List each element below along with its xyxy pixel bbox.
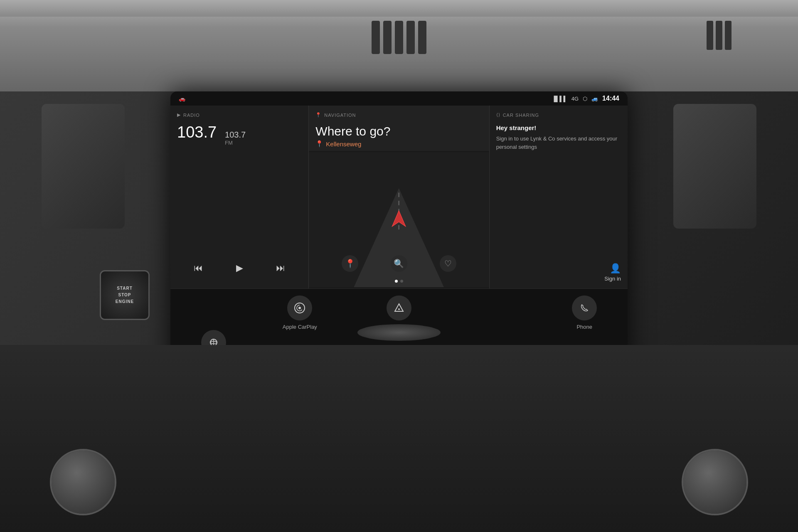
nav-where-heading: Where to go?: [315, 124, 482, 138]
map-pin-icon: 📍: [315, 112, 322, 118]
svg-marker-6: [395, 304, 403, 311]
svg-point-5: [298, 307, 301, 309]
right-dial[interactable]: [682, 449, 748, 515]
status-left: 🚗: [179, 96, 185, 102]
nav-search-icon[interactable]: 🔍: [391, 255, 407, 272]
bottom-dashboard: [0, 345, 798, 532]
radio-freq-large: 103.7: [177, 124, 217, 140]
radio-next-button[interactable]: ⏭: [273, 259, 288, 277]
apple-carplay-button[interactable]: Apple CarPlay: [257, 296, 343, 330]
lte-badge: 4G: [571, 96, 579, 102]
nav-location: 📍 Kellenseweg: [315, 140, 482, 148]
car-sharing-panel[interactable]: ⟨⟩ CAR SHARING Hey stranger! Sign in to …: [489, 106, 628, 288]
radio-controls[interactable]: ⏮ ▶ ⏭: [177, 254, 302, 282]
nav-header: 📍 NAVIGATION Where to go? 📍 Kellenseweg: [309, 106, 489, 151]
left-dashboard-hardware: START STOP ENGINE: [42, 104, 125, 229]
radio-band: FM: [225, 140, 246, 146]
location-pin-icon: 📍: [315, 140, 323, 148]
home-button[interactable]: [357, 324, 441, 341]
phone-button[interactable]: Phone: [541, 296, 628, 330]
carplay-label: Apple CarPlay: [283, 324, 317, 330]
carplay-icon: [287, 296, 312, 320]
start-stop-button[interactable]: START STOP ENGINE: [100, 270, 150, 320]
status-bar: 🚗 ▐▌▌▌ 4G ⬡ 🚙 14:44: [170, 91, 628, 106]
user-icon: 👤: [610, 263, 621, 274]
radio-prev-button[interactable]: ⏮: [190, 259, 206, 277]
nav-favorites-icon[interactable]: ♡: [440, 255, 456, 272]
signal-icon: ▐▌▌▌: [552, 96, 567, 102]
nav-location-icon[interactable]: 📍: [342, 255, 358, 272]
bluetooth-icon: ⬡: [583, 96, 587, 102]
car-connect-icon: 🚙: [591, 96, 598, 102]
phone-icon: [572, 296, 597, 320]
dashboard-top: [0, 0, 798, 91]
left-dial[interactable]: [50, 449, 116, 515]
map-view[interactable]: 📍 🔍 ♡: [309, 151, 489, 288]
nav-bottom-icons: 📍 🔍 ♡: [309, 255, 489, 272]
dot-1: [395, 280, 398, 283]
svg-point-7: [398, 308, 400, 310]
car-status-icon: 🚗: [179, 96, 185, 102]
signin-button[interactable]: 👤 Sign in: [496, 263, 621, 282]
carsharing-message: Sign in to use Lynk & Co services and ac…: [496, 135, 621, 151]
right-dashboard-hardware: [673, 104, 756, 229]
android-auto-icon: [387, 296, 411, 320]
car-dashboard: START STOP ENGINE 🚗 ▐▌▌▌ 4G ⬡ 🚙 14:44: [0, 0, 798, 532]
radio-freq-small: 103.7: [225, 130, 246, 140]
page-dots: [395, 280, 403, 283]
navigation-panel[interactable]: 📍 NAVIGATION Where to go? 📍 Kellenseweg: [309, 106, 489, 288]
carsharing-greeting: Hey stranger!: [496, 124, 621, 131]
dot-2: [400, 280, 403, 283]
share-icon: ⟨⟩: [496, 112, 500, 118]
carsharing-label: ⟨⟩ CAR SHARING: [496, 112, 621, 118]
signin-label: Sign in: [604, 276, 621, 282]
status-right: ▐▌▌▌ 4G ⬡ 🚙 14:44: [552, 95, 619, 102]
radio-panel[interactable]: ▶ RADIO 103.7 103.7 FM ⏮ ▶ ⏭: [170, 106, 309, 288]
clock: 14:44: [602, 95, 619, 102]
phone-label: Phone: [576, 324, 592, 330]
radio-frequency-display: 103.7 103.7 FM: [177, 124, 302, 146]
radio-label: ▶ RADIO: [177, 112, 302, 118]
play-icon: ▶: [177, 112, 181, 118]
main-content-area: ▶ RADIO 103.7 103.7 FM ⏮ ▶ ⏭: [170, 106, 628, 288]
radio-play-button[interactable]: ▶: [233, 259, 246, 277]
nav-label: 📍 NAVIGATION: [315, 112, 482, 118]
